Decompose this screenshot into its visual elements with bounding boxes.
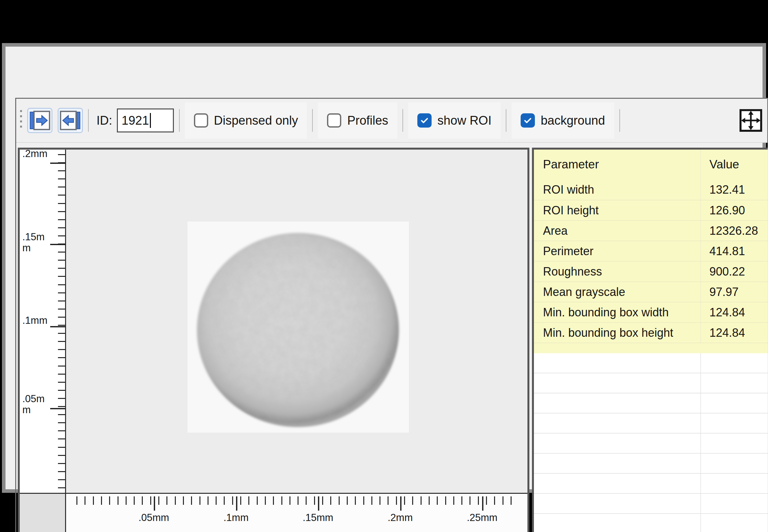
hruler-label: .05mm [139,512,169,524]
background-checkbox[interactable] [521,113,535,128]
toolbar-grip-handle[interactable] [20,110,22,131]
toolbar-separator [312,109,313,132]
hruler-minor-ticks [76,496,516,505]
dispensed-only-label: Dispensed only [214,114,298,128]
table-empty-row [534,514,768,532]
table-empty-row [534,454,768,474]
vruler-label: .15mm [22,232,52,254]
table-row: ROI width 132.41 [534,179,768,200]
table-row: Mean grayscale 97.97 [534,281,768,302]
parameter-cell: ROI width [534,179,700,200]
arrow-left-bar-icon [58,108,83,133]
toolbar-separator [619,109,620,132]
table-empty-row [534,413,768,434]
table-row: Perimeter 414.81 [534,241,768,261]
table-empty-row [534,373,768,393]
dispensed-only-checkbox[interactable] [194,113,208,128]
value-cell: 97.97 [700,282,768,302]
parameter-table: Parameter Value ROI width 132.41 ROI hei… [532,148,768,532]
table-row: Area 12326.28 [534,220,768,241]
table-row: Min. bounding box width 124.84 [534,302,768,322]
toolbar-separator [179,109,180,132]
table-empty-row [534,434,768,454]
value-cell: 414.81 [700,241,768,261]
background-label: background [541,114,605,128]
value-cell: 124.84 [700,323,768,343]
previous-record-button[interactable] [58,108,83,133]
vruler-major-tick [50,244,65,245]
profiles-label: Profiles [347,114,388,128]
table-empty-row [534,353,768,373]
hruler-label: .2mm [388,512,413,524]
checkbox-group-profiles[interactable]: Profiles [318,102,397,139]
hruler-label: .1mm [223,512,249,524]
parameter-cell: ROI height [534,200,700,220]
toolbar-separator [506,109,506,132]
hruler-major-tick [482,496,483,511]
hruler-major-tick [154,496,155,511]
text-caret [150,113,151,128]
table-header-row: Parameter Value [534,150,768,179]
value-cell: 900.22 [700,262,768,281]
parameter-cell: Roughness [534,262,700,281]
next-record-button[interactable] [27,108,52,133]
vruler-label: .2mm [22,150,52,159]
arrow-right-bar-icon [27,108,52,133]
table-empty-row [534,393,768,413]
table-row: ROI height 126.90 [534,200,768,220]
table-row: Roughness 900.22 [534,261,768,281]
show-roi-label: show ROI [437,114,491,128]
toolbar-separator [402,109,403,132]
hruler-major-tick [236,496,237,511]
id-label: ID: [96,114,112,128]
table-empty-row [534,494,768,514]
vruler-label: .05mm [22,393,52,415]
app-window: ID: 1921 Dispensed only Profiles [2,43,766,493]
hruler-label: .25mm [467,512,498,524]
particle-micrograph [187,221,409,433]
show-roi-checkbox[interactable] [417,113,432,128]
vruler-major-tick [50,408,65,409]
hruler-label: .15mm [303,512,333,524]
hruler-major-tick [400,496,401,511]
checkbox-group-dispensed-only[interactable]: Dispensed only [185,102,307,139]
table-empty-row [534,474,768,494]
hruler-major-tick [318,496,319,511]
toolbar: ID: 1921 Dispensed only Profiles [16,99,767,143]
id-input[interactable]: 1921 [117,108,174,132]
value-cell: 126.90 [700,200,768,220]
screenshot-stage: ID: 1921 Dispensed only Profiles [0,0,768,532]
parameter-cell: Area [534,221,700,241]
value-cell: 12326.28 [700,221,768,241]
toolbar-separator [88,109,89,132]
value-cell: 132.41 [700,179,768,200]
vruler-major-tick [50,326,65,327]
vruler-minor-ticks [58,154,65,492]
checkmark-icon [420,116,429,125]
parameter-cell: Mean grayscale [534,282,700,302]
move-pan-icon [739,108,763,132]
value-cell: 124.84 [700,302,768,322]
table-row: Min. bounding box height 124.84 [534,322,768,343]
checkbox-group-show-roi[interactable]: show ROI [408,102,501,139]
parameter-cell: Perimeter [534,241,700,261]
value-header: Value [700,150,768,179]
pan-tool-button[interactable] [739,108,763,132]
parameter-cell: Min. bounding box width [534,302,700,322]
checkbox-group-background[interactable]: background [512,102,614,139]
id-input-value: 1921 [122,114,149,128]
vruler-major-tick [50,163,65,164]
table-yellow-spacer [534,343,768,353]
particle-image[interactable] [187,221,409,433]
image-viewer-panel[interactable]: .2mm .15mm .1mm .05mm [18,148,529,532]
parameter-cell: Min. bounding box height [534,323,700,343]
horizontal-ruler: .05mm .1mm .15mm .2mm .25mm [66,494,527,532]
vruler-label: .1mm [22,315,52,326]
ruler-corner-cell [20,494,66,532]
checkmark-icon [523,116,533,125]
vertical-ruler: .2mm .15mm .1mm .05mm [20,150,66,493]
parameter-header: Parameter [534,150,700,179]
profiles-checkbox[interactable] [327,113,341,128]
